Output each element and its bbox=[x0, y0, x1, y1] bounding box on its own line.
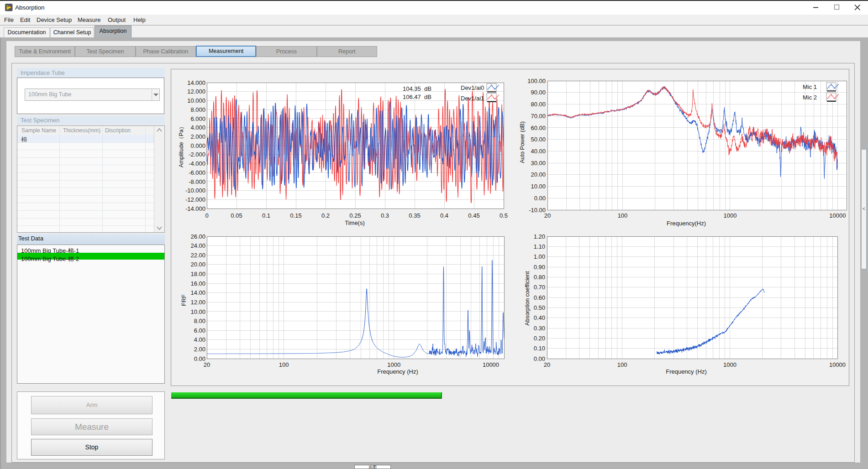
svg-text:Mic 1: Mic 1 bbox=[803, 83, 817, 90]
svg-text:-10.00: -10.00 bbox=[529, 207, 546, 214]
svg-text:Dev1/ai1: Dev1/ai1 bbox=[461, 95, 484, 102]
svg-text:0: 0 bbox=[205, 212, 208, 219]
svg-text:Amplitude（Pa）: Amplitude（Pa） bbox=[178, 124, 184, 167]
svg-text:FRF: FRF bbox=[180, 294, 187, 306]
svg-text:Frequency (Hz): Frequency (Hz) bbox=[666, 368, 707, 375]
svg-text:60.00: 60.00 bbox=[531, 125, 546, 131]
svg-text:10.000: 10.000 bbox=[187, 97, 205, 104]
svg-text:-2.000: -2.000 bbox=[189, 151, 205, 158]
svg-text:100: 100 bbox=[618, 212, 628, 219]
svg-text:0.1: 0.1 bbox=[262, 212, 270, 219]
svg-text:-6.000: -6.000 bbox=[189, 169, 205, 176]
svg-text:18.00: 18.00 bbox=[190, 271, 205, 277]
svg-text:0.00: 0.00 bbox=[534, 195, 546, 202]
svg-text:0.60: 0.60 bbox=[534, 294, 545, 301]
svg-text:100.00: 100.00 bbox=[527, 78, 546, 84]
svg-text:0.90: 0.90 bbox=[534, 264, 545, 271]
svg-text:0.25: 0.25 bbox=[349, 212, 361, 219]
svg-text:70.00: 70.00 bbox=[531, 113, 546, 120]
svg-text:Auto Power (dB): Auto Power (dB) bbox=[519, 121, 526, 163]
svg-text:20: 20 bbox=[544, 361, 550, 368]
svg-text:0.05: 0.05 bbox=[231, 212, 242, 219]
svg-text:Dev1/ai0: Dev1/ai0 bbox=[461, 84, 484, 91]
svg-text:90.00: 90.00 bbox=[531, 89, 546, 96]
svg-text:80.00: 80.00 bbox=[531, 101, 546, 108]
svg-text:0.20: 0.20 bbox=[534, 335, 545, 342]
svg-text:-8.000: -8.000 bbox=[189, 178, 205, 185]
svg-text:30.00: 30.00 bbox=[531, 160, 546, 167]
svg-text:104.35 dB: 104.35 dB bbox=[403, 85, 431, 92]
svg-text:6.000: 6.000 bbox=[190, 115, 205, 122]
svg-text:14.00: 14.00 bbox=[190, 289, 205, 296]
svg-text:-4.000: -4.000 bbox=[189, 160, 205, 167]
svg-text:10000: 10000 bbox=[829, 212, 846, 219]
svg-text:4.00: 4.00 bbox=[194, 336, 205, 343]
svg-text:0.35: 0.35 bbox=[409, 212, 420, 219]
svg-text:8.000: 8.000 bbox=[190, 106, 205, 113]
svg-text:0.5: 0.5 bbox=[500, 212, 508, 219]
svg-text:106.47 dB: 106.47 dB bbox=[403, 94, 431, 100]
svg-text:1.10: 1.10 bbox=[534, 243, 545, 250]
svg-text:12.000: 12.000 bbox=[187, 88, 205, 95]
svg-text:20: 20 bbox=[204, 361, 210, 368]
svg-text:8.00: 8.00 bbox=[194, 318, 205, 324]
svg-text:10.00: 10.00 bbox=[531, 183, 546, 190]
svg-text:2.00: 2.00 bbox=[194, 346, 205, 353]
svg-text:0.80: 0.80 bbox=[534, 274, 545, 281]
svg-text:0.10: 0.10 bbox=[534, 345, 545, 352]
svg-text:1000: 1000 bbox=[387, 361, 400, 368]
svg-text:1000: 1000 bbox=[723, 212, 736, 219]
svg-text:-14.000: -14.000 bbox=[185, 205, 205, 212]
svg-text:Absorption coefficient: Absorption coefficient bbox=[524, 271, 531, 326]
svg-text:-12.000: -12.000 bbox=[185, 196, 205, 203]
svg-text:0.50: 0.50 bbox=[534, 304, 545, 311]
svg-text:0.3: 0.3 bbox=[381, 212, 389, 219]
svg-text:26.00: 26.00 bbox=[190, 233, 205, 240]
svg-text:10.00: 10.00 bbox=[190, 308, 205, 315]
svg-text:0.40: 0.40 bbox=[534, 314, 545, 321]
svg-text:1.00: 1.00 bbox=[534, 253, 545, 260]
svg-text:-10.000: -10.000 bbox=[185, 187, 205, 194]
svg-text:6.00: 6.00 bbox=[194, 327, 205, 334]
svg-text:1.20: 1.20 bbox=[534, 233, 545, 240]
svg-text:0.15: 0.15 bbox=[290, 212, 301, 219]
svg-text:Frequency (Hz): Frequency (Hz) bbox=[377, 368, 418, 375]
svg-text:24.00: 24.00 bbox=[190, 242, 205, 249]
svg-text:16.00: 16.00 bbox=[190, 280, 205, 287]
svg-text:Time(s): Time(s) bbox=[345, 219, 365, 226]
svg-text:40.00: 40.00 bbox=[531, 148, 546, 155]
svg-text:0.4: 0.4 bbox=[440, 212, 448, 219]
svg-text:0.30: 0.30 bbox=[534, 325, 545, 332]
svg-text:10000: 10000 bbox=[829, 361, 846, 368]
svg-text:Mic 2: Mic 2 bbox=[803, 94, 817, 101]
svg-text:50.00: 50.00 bbox=[531, 136, 546, 143]
svg-text:0.45: 0.45 bbox=[468, 212, 479, 219]
svg-text:100: 100 bbox=[279, 361, 289, 368]
svg-text:20.00: 20.00 bbox=[531, 171, 546, 178]
svg-text:20.00: 20.00 bbox=[190, 261, 205, 268]
svg-text:0.000: 0.000 bbox=[190, 142, 205, 149]
svg-text:12.00: 12.00 bbox=[190, 299, 205, 306]
svg-text:22.00: 22.00 bbox=[190, 252, 205, 259]
svg-text:4.000: 4.000 bbox=[190, 124, 205, 131]
svg-text:2.000: 2.000 bbox=[190, 133, 205, 140]
svg-text:1000: 1000 bbox=[723, 361, 736, 368]
svg-text:0.70: 0.70 bbox=[534, 284, 545, 291]
svg-text:100: 100 bbox=[617, 361, 627, 368]
svg-text:20: 20 bbox=[544, 212, 551, 219]
svg-text:14.000: 14.000 bbox=[187, 79, 205, 86]
svg-text:10000: 10000 bbox=[483, 361, 499, 368]
svg-text:Frequency(Hz): Frequency(Hz) bbox=[667, 220, 706, 227]
svg-text:0.2: 0.2 bbox=[321, 212, 330, 219]
